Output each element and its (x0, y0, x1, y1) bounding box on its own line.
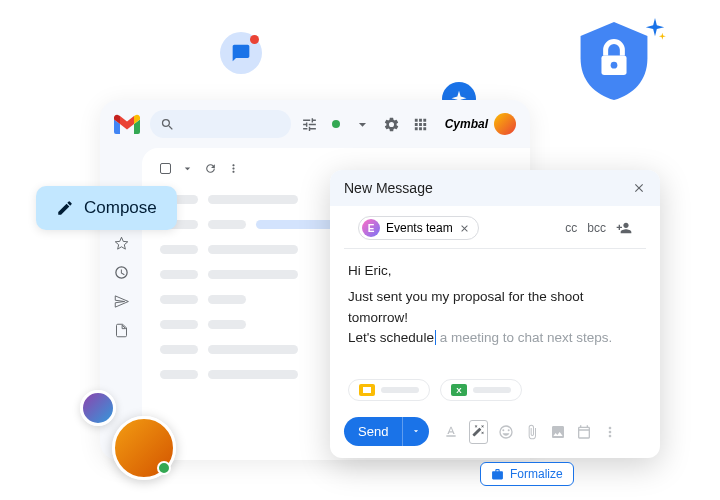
close-icon[interactable] (632, 181, 646, 195)
body-line-2: Let's schedule a meeting to chat next st… (348, 328, 642, 348)
star-icon[interactable] (114, 236, 129, 251)
avatar (112, 416, 176, 480)
new-message-window: New Message E Events team cc bcc Hi Eric… (330, 170, 660, 458)
send-button[interactable]: Send (344, 417, 429, 446)
smart-compose-suggestion: a meeting to chat next steps. (436, 330, 612, 345)
more-vert-icon[interactable] (227, 162, 240, 175)
sparkle-icon (644, 18, 666, 40)
file-icon[interactable] (114, 323, 129, 338)
brand-name: Cymbal (445, 117, 488, 131)
avatar (80, 390, 116, 426)
body-line-1: Just sent you my proposal for the shoot … (348, 287, 642, 328)
chat-bubble-deco (220, 32, 262, 74)
clock-icon[interactable] (114, 265, 129, 280)
select-all-checkbox[interactable] (160, 163, 171, 174)
calendar-icon[interactable] (576, 424, 592, 440)
avatar[interactable] (494, 113, 516, 135)
magic-write-button[interactable] (469, 420, 488, 444)
send-label: Send (344, 417, 402, 446)
message-body[interactable]: Hi Eric, Just sent you my proposal for t… (330, 249, 660, 379)
svg-point-1 (611, 62, 618, 69)
magic-wand-icon (472, 424, 485, 437)
apps-icon[interactable] (412, 116, 429, 133)
chevron-down-icon (411, 426, 421, 436)
person-add-icon[interactable] (616, 220, 632, 236)
formalize-chip[interactable]: Formalize (480, 462, 574, 486)
recipients-row[interactable]: E Events team cc bcc (344, 206, 646, 249)
recipient-name: Events team (386, 221, 453, 235)
text-format-icon[interactable] (443, 424, 459, 440)
pencil-icon (56, 199, 74, 217)
send-options[interactable] (402, 417, 429, 446)
compose-footer: Send (330, 409, 660, 458)
gmail-header: Cymbal (100, 100, 530, 148)
recipient-avatar: E (362, 219, 380, 237)
chevron-down-icon[interactable] (354, 116, 371, 133)
sent-icon[interactable] (114, 294, 129, 309)
chat-icon (231, 43, 251, 63)
recipient-chip[interactable]: E Events team (358, 216, 479, 240)
more-vert-icon[interactable] (602, 424, 618, 440)
presence-indicator (157, 461, 171, 475)
workspace-brand[interactable]: Cymbal (445, 113, 516, 135)
status-indicator[interactable] (332, 120, 340, 128)
search-icon (160, 117, 175, 132)
attachment-slides[interactable] (348, 379, 430, 401)
attachment-sheets[interactable] (440, 379, 522, 401)
briefcase-icon (491, 468, 504, 481)
compose-label: Compose (84, 198, 157, 218)
search-input[interactable] (150, 110, 291, 138)
close-icon[interactable] (459, 223, 470, 234)
cc-bcc-controls: cc bcc (565, 220, 632, 236)
tune-icon[interactable] (301, 116, 318, 133)
new-message-titlebar: New Message (330, 170, 660, 206)
new-message-title: New Message (344, 180, 433, 196)
sheets-icon (451, 384, 467, 396)
bcc-link[interactable]: bcc (587, 221, 606, 235)
formalize-label: Formalize (510, 467, 563, 481)
header-actions (301, 116, 429, 133)
shield-lock-icon (580, 22, 648, 100)
refresh-icon[interactable] (204, 162, 217, 175)
slides-icon (359, 384, 375, 396)
image-icon[interactable] (550, 424, 566, 440)
notification-dot-icon (250, 35, 259, 44)
formatting-toolbar (443, 420, 618, 444)
compose-button[interactable]: Compose (36, 186, 177, 230)
gear-icon[interactable] (383, 116, 400, 133)
attachments-row (330, 379, 660, 409)
body-greeting: Hi Eric, (348, 261, 642, 281)
chevron-down-icon[interactable] (181, 162, 194, 175)
attach-icon[interactable] (524, 424, 540, 440)
cc-link[interactable]: cc (565, 221, 577, 235)
gmail-logo-icon (114, 114, 140, 134)
emoji-icon[interactable] (498, 424, 514, 440)
